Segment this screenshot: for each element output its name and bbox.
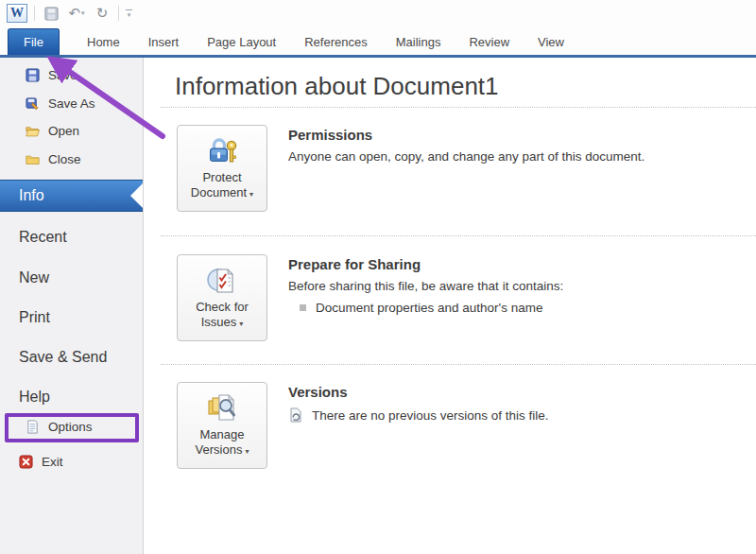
tab-references[interactable]: References [290,28,381,55]
tab-file[interactable]: File [8,28,60,55]
versions-text: Versions There are no previous versions … [288,382,549,469]
sidebar-item-save[interactable]: Save [0,63,143,86]
ribbon-tab-bar: File Home Insert Page Layout References … [0,26,756,58]
customize-quick-access-toolbar-icon[interactable]: ▾ [126,9,132,17]
section-description: Before sharing this file, be aware that … [288,279,563,293]
selected-notch [130,183,143,208]
dropdown-caret-icon: ▾ [239,320,243,328]
inspect-document-icon [206,266,238,296]
word-backstage-view: W ↶▾ ↻ ▾ File Home Insert Page Layout Re… [0,0,756,554]
redo-icon[interactable]: ↻ [93,3,112,24]
versions-section: Manage Versions▾ Versions There are no p… [144,382,756,469]
section-heading: Versions [288,384,549,400]
sidebar-item-label: Exit [42,455,63,469]
permissions-text: Permissions Anyone can open, copy, and c… [288,125,644,212]
save-icon [26,68,40,82]
sidebar-item-print[interactable]: Print [0,304,143,331]
tab-mailings[interactable]: Mailings [382,28,455,55]
save-icon[interactable] [42,3,60,24]
button-label: Check for Issues▾ [196,300,249,331]
sidebar-item-info-selected[interactable]: Info [0,180,143,212]
bullet-square-icon [300,304,306,311]
sidebar-item-label: Help [19,389,50,406]
sidebar-item-label: Close [48,152,81,166]
autosave-version-icon [288,407,303,423]
toolbar-separator [34,6,35,21]
sidebar-item-new[interactable]: New [0,265,143,291]
open-folder-icon [26,124,40,138]
sidebar-item-recent[interactable]: Recent [0,224,143,251]
word-app-icon[interactable]: W [7,4,27,23]
sidebar-item-label: Options [48,420,93,434]
section-heading: Prepare for Sharing [288,256,563,272]
button-label: Manage Versions▾ [196,427,249,459]
button-label: Protect Document▾ [191,170,253,201]
sidebar-item-label: Save As [48,96,95,111]
sidebar-item-save-as[interactable]: Save As [0,92,143,114]
close-folder-icon [26,152,40,166]
sidebar-item-label: Print [19,309,50,326]
section-divider [161,364,756,365]
toolbar-separator [118,6,119,21]
section-description: Anyone can open, copy, and change any pa… [288,149,644,164]
title-divider [161,107,756,108]
tab-insert[interactable]: Insert [134,28,194,55]
lock-and-key-icon [206,136,238,166]
sidebar-item-exit[interactable]: Exit [0,450,143,473]
tab-review[interactable]: Review [455,28,524,55]
undo-dropdown-icon[interactable]: ▾ [81,9,85,17]
section-heading: Permissions [288,127,644,143]
section-divider [161,235,756,236]
tab-home[interactable]: Home [73,28,134,55]
sidebar-item-label: Open [48,124,79,138]
page-title: Information about Document1 [175,72,499,101]
versions-search-icon [206,393,238,424]
backstage-info-pane: Information about Document1 Protect Docu… [144,58,756,554]
prepare-for-sharing-section: Check for Issues▾ Prepare for Sharing Be… [144,254,756,341]
check-for-issues-button[interactable]: Check for Issues▾ [177,254,267,341]
sidebar-item-help[interactable]: Help [0,384,143,410]
sidebar-item-label: Recent [19,229,67,246]
tab-page-layout[interactable]: Page Layout [193,28,290,55]
options-document-icon [26,420,40,434]
sidebar-item-close[interactable]: Close [0,147,143,170]
bullet-text: Document properties and author's name [316,301,542,315]
dropdown-caret-icon: ▾ [249,190,253,199]
sidebar-item-label: Info [19,187,44,204]
sidebar-item-label: Save & Send [19,349,107,366]
sidebar-item-save-and-send[interactable]: Save & Send [0,344,143,371]
versions-note: There are no previous versions of this f… [288,407,549,423]
note-text: There are no previous versions of this f… [312,408,549,423]
manage-versions-button[interactable]: Manage Versions▾ [177,382,267,469]
save-as-icon [26,96,40,111]
sidebar-item-label: Save [48,68,77,82]
exit-icon [19,455,33,469]
tab-view[interactable]: View [524,28,578,55]
sharing-warning-item: Document properties and author's name [288,301,563,315]
sidebar-item-open[interactable]: Open [0,119,143,142]
permissions-section: Protect Document▾ Permissions Anyone can… [144,125,756,212]
backstage-sidebar: Save Save As Open Close Inf [0,58,144,554]
prepare-for-sharing-text: Prepare for Sharing Before sharing this … [288,254,563,341]
undo-icon[interactable]: ↶▾ [67,3,86,24]
sidebar-item-options[interactable]: Options [0,415,143,438]
dropdown-caret-icon: ▾ [245,447,249,456]
protect-document-button[interactable]: Protect Document▾ [177,125,267,212]
quick-access-toolbar: W ↶▾ ↻ ▾ [0,0,756,26]
sidebar-item-label: New [19,269,49,286]
